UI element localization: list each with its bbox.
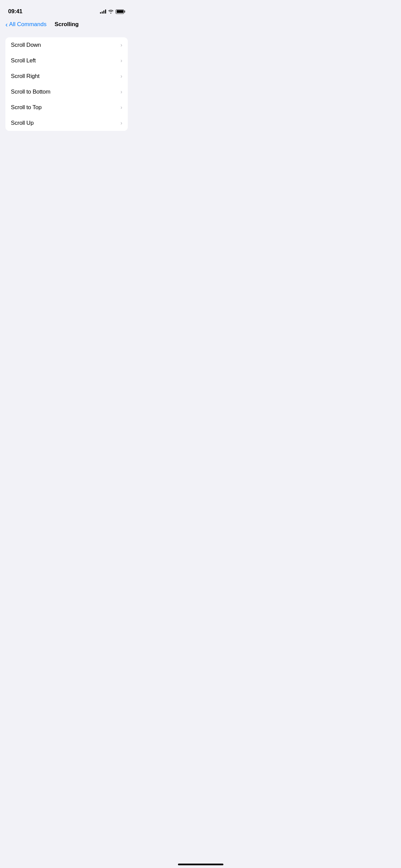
nav-header: ‹ All Commands Scrolling — [0, 18, 133, 32]
battery-body — [116, 9, 124, 14]
signal-bar-4 — [105, 9, 106, 14]
signal-bar-2 — [102, 12, 103, 14]
wifi-icon — [108, 9, 114, 14]
page-title: Scrolling — [55, 21, 79, 28]
status-icons — [100, 9, 125, 14]
scroll-down-label: Scroll Down — [11, 42, 41, 48]
list-item-scroll-up[interactable]: Scroll Up › — [5, 115, 128, 131]
scroll-to-top-chevron-icon: › — [120, 104, 122, 111]
battery-icon — [116, 9, 125, 14]
status-bar: 09:41 — [0, 0, 133, 18]
scroll-left-chevron-icon: › — [120, 57, 122, 64]
signal-bars-icon — [100, 9, 106, 14]
back-chevron-icon: ‹ — [5, 21, 8, 28]
list-item-scroll-right[interactable]: Scroll Right › — [5, 68, 128, 84]
scroll-right-label: Scroll Right — [11, 73, 40, 80]
list-item-scroll-left[interactable]: Scroll Left › — [5, 53, 128, 68]
list-item-scroll-to-bottom[interactable]: Scroll to Bottom › — [5, 84, 128, 100]
scroll-commands-list: Scroll Down › Scroll Left › Scroll Right… — [5, 37, 128, 131]
scroll-right-chevron-icon: › — [120, 73, 122, 80]
list-item-scroll-down[interactable]: Scroll Down › — [5, 37, 128, 53]
scroll-to-top-label: Scroll to Top — [11, 104, 42, 111]
scroll-to-bottom-label: Scroll to Bottom — [11, 88, 51, 95]
status-time: 09:41 — [8, 8, 22, 15]
signal-bar-1 — [100, 12, 101, 14]
list-item-scroll-to-top[interactable]: Scroll to Top › — [5, 100, 128, 115]
back-label: All Commands — [9, 21, 47, 28]
scroll-down-chevron-icon: › — [120, 42, 122, 48]
scroll-up-label: Scroll Up — [11, 120, 34, 126]
battery-tip — [124, 11, 125, 13]
scroll-to-bottom-chevron-icon: › — [120, 88, 122, 95]
battery-fill — [117, 10, 123, 13]
signal-bar-3 — [103, 11, 104, 14]
scroll-left-label: Scroll Left — [11, 57, 36, 64]
back-button[interactable]: ‹ All Commands — [5, 21, 46, 28]
scroll-up-chevron-icon: › — [120, 120, 122, 126]
